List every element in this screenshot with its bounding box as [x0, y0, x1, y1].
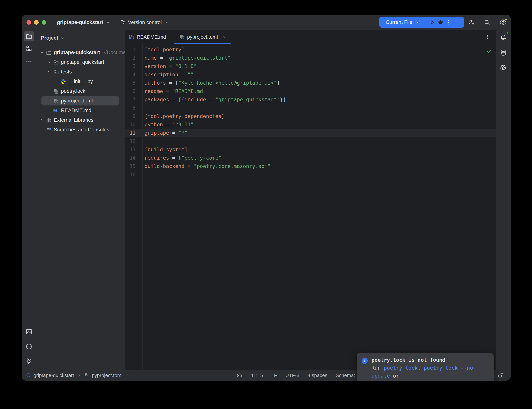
tree-item-poetry-lock[interactable]: [T]poetry.lock — [36, 86, 125, 96]
code-line-1[interactable]: 1[tool.poetry] — [125, 46, 496, 54]
code-line-5[interactable]: 5authors = ["Kyle Roche <hello@griptape.… — [125, 79, 496, 87]
project-switcher[interactable]: griptape-quickstart — [57, 19, 111, 25]
code-line-8[interactable]: 8 — [125, 104, 496, 112]
inspections-ok-icon[interactable] — [486, 48, 492, 54]
project-view-header[interactable]: Project — [41, 33, 65, 43]
code-text: version = "0.1.0" — [145, 63, 197, 69]
tab-label: README.md — [137, 34, 166, 40]
code-text: description = "" — [145, 72, 194, 77]
run-button[interactable] — [428, 18, 436, 27]
tree-item--init-py[interactable]: __init__.py — [36, 77, 125, 86]
scratches-icon — [46, 127, 52, 133]
code-line-11[interactable]: 11griptape = "*" — [125, 129, 496, 137]
chevron-down-icon — [60, 35, 65, 41]
code-line-16[interactable]: 16 — [125, 170, 496, 179]
code-text: [tool.poetry] — [145, 46, 184, 52]
settings-gear-icon[interactable] — [499, 19, 507, 26]
editor[interactable]: 1[tool.poetry]2name = "griptape-quicksta… — [125, 44, 496, 370]
chevron-down-icon[interactable] — [46, 69, 53, 74]
tree-item-griptape-quickstart[interactable]: griptape_quickstart — [36, 57, 125, 67]
code-text: [tool.poetry.dependencies] — [145, 113, 225, 119]
code-text: authors = ["Kyle Roche <hello@griptape.a… — [145, 80, 280, 86]
tab-options-kebab-icon[interactable] — [484, 34, 491, 40]
more-tool-windows-button[interactable] — [24, 56, 34, 66]
structure-tool-button[interactable] — [24, 43, 34, 53]
notifications-badge — [506, 32, 509, 35]
code-text: requires = ["poetry-core"] — [145, 155, 225, 161]
database-tool-button[interactable] — [498, 47, 508, 58]
notifications-bell-icon[interactable] — [498, 32, 508, 42]
code-line-9[interactable]: 9[tool.poetry.dependencies] — [125, 112, 496, 121]
line-number: 6 — [125, 87, 136, 95]
code-line-12[interactable]: 12 — [125, 137, 496, 145]
code-text: name = "griptape-quickstart" — [145, 55, 231, 61]
code-text: readme = "README.md" — [145, 88, 206, 94]
code-line-6[interactable]: 6readme = "README.md" — [125, 87, 496, 95]
code-line-10[interactable]: 10python = "^3.11" — [125, 121, 496, 129]
more-run-options-button[interactable] — [445, 18, 453, 27]
code-line-14[interactable]: 14requires = ["poetry-core"] — [125, 154, 496, 162]
code-line-3[interactable]: 3version = "0.1.0" — [125, 62, 496, 70]
tree-item-pyproject-toml[interactable]: [T]pyproject.toml — [36, 96, 125, 106]
line-number: 5 — [125, 79, 136, 87]
notification-link-poetry-lock[interactable]: poetry lock — [384, 365, 418, 371]
search-icon[interactable] — [483, 19, 491, 26]
tree-item-readme-md[interactable]: M↓README.md — [36, 106, 125, 115]
chevron-right-icon[interactable] — [39, 118, 46, 123]
vcs-widget[interactable]: Version control — [120, 19, 169, 25]
zoom-button[interactable] — [42, 20, 46, 25]
tree-item-label: griptape_quickstart — [61, 59, 104, 65]
line-number: 11 — [125, 129, 136, 137]
tab-pyproject-toml[interactable]: [T]pyproject.toml — [174, 30, 231, 44]
chevron-right-icon[interactable] — [46, 60, 53, 65]
line-number: 4 — [125, 70, 136, 79]
line-number: 2 — [125, 54, 136, 62]
run-configuration-button[interactable]: Current File — [386, 19, 420, 25]
line-number: 15 — [125, 162, 136, 170]
code-line-7[interactable]: 7packages = [{include = "griptape_quicks… — [125, 95, 496, 104]
code-line-15[interactable]: 15build-backend = "poetry.core.masonry.a… — [125, 162, 496, 170]
unlock-icon[interactable] — [497, 372, 504, 379]
close-tab-icon[interactable] — [221, 35, 226, 39]
code-line-4[interactable]: 4description = "" — [125, 70, 496, 79]
status-item-indent[interactable]: 4 spaces — [308, 372, 327, 378]
line-number: 12 — [125, 137, 136, 145]
project-switcher-label: griptape-quickstart — [57, 19, 103, 25]
copilot-icon[interactable] — [236, 372, 243, 379]
debug-button[interactable] — [436, 18, 445, 27]
notification-text: , — [418, 365, 424, 371]
notification-text: or — [390, 373, 399, 379]
toml-icon: [T] — [53, 98, 59, 104]
version-control-tool-button[interactable] — [24, 356, 34, 366]
minimize-button[interactable] — [34, 20, 39, 25]
chevron-down-icon — [105, 19, 111, 25]
breadcrumb-project[interactable]: griptape-quickstart — [34, 372, 74, 378]
status-item-line-ending[interactable]: LF — [271, 372, 277, 378]
problems-tool-button[interactable] — [24, 341, 34, 352]
notification-text: Run — [371, 365, 384, 371]
chevron-down-icon[interactable] — [39, 50, 46, 55]
add-user-icon[interactable] — [467, 19, 475, 26]
python-icon — [60, 79, 67, 85]
tree-item-scratches-and-consoles[interactable]: Scratches and Consoles — [36, 125, 125, 135]
line-number: 1 — [125, 46, 136, 54]
tree-item-griptape-quickstart[interactable]: griptape-quickstart~/Docume — [36, 48, 125, 57]
line-number: 3 — [125, 62, 136, 70]
status-item-encoding[interactable]: UTF-8 — [285, 372, 299, 378]
project-tool-button[interactable] — [24, 31, 34, 41]
code-line-2[interactable]: 2name = "griptape-quickstart" — [125, 54, 496, 62]
status-item-time[interactable]: 11:15 — [251, 372, 263, 378]
breadcrumb-file[interactable]: pyproject.toml — [92, 372, 122, 378]
settings-update-badge — [504, 18, 507, 21]
tree-item-external-libraries[interactable]: External Libraries — [36, 115, 125, 125]
tree-item-label: griptape-quickstart — [54, 50, 100, 56]
tree-item-tests[interactable]: tests — [36, 67, 125, 77]
ai-assistant-tool-button[interactable] — [498, 63, 508, 73]
close-button[interactable] — [27, 20, 31, 25]
code-line-13[interactable]: 13[build-system] — [125, 145, 496, 154]
tree-item-path: ~/Docume — [102, 50, 125, 56]
chevron-down-icon — [164, 19, 169, 25]
project-tool-window: Project griptape-quickstart~/Documegript… — [36, 30, 125, 370]
terminal-tool-button[interactable] — [24, 327, 34, 337]
tab-readme-md[interactable]: M↓README.md — [125, 30, 174, 44]
